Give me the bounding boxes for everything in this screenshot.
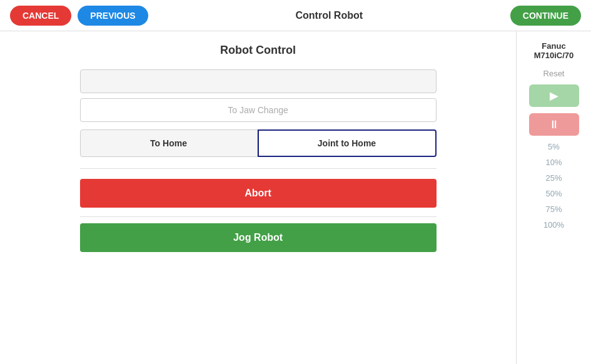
- speed-25[interactable]: 25%: [545, 173, 562, 183]
- cancel-button[interactable]: CANCEL: [10, 6, 71, 26]
- pause-icon: ⏸: [548, 118, 560, 131]
- header: CANCEL PREVIOUS Control Robot CONTINUE: [0, 0, 591, 31]
- to-home-button[interactable]: To Home: [80, 129, 258, 157]
- previous-button[interactable]: PREVIOUS: [78, 6, 148, 26]
- main-area: Robot Control To Jaw Change To Home Join…: [0, 31, 591, 364]
- abort-button[interactable]: Abort: [80, 179, 437, 208]
- header-title: Control Robot: [296, 10, 363, 21]
- header-right: CONTINUE: [510, 6, 581, 26]
- joint-to-home-button[interactable]: Joint to Home: [258, 129, 437, 157]
- robot-name: Fanuc M710iC/70: [523, 41, 585, 60]
- divider-1: [80, 168, 437, 169]
- speed-10[interactable]: 10%: [545, 158, 562, 167]
- sub-label: To Jaw Change: [80, 98, 437, 122]
- play-button[interactable]: ▶: [529, 84, 579, 107]
- header-left: CANCEL PREVIOUS: [10, 6, 148, 26]
- content-area: Robot Control To Jaw Change To Home Join…: [0, 31, 516, 364]
- dropdown-container: [80, 69, 437, 93]
- robot-select[interactable]: [80, 69, 437, 93]
- speed-100[interactable]: 100%: [543, 220, 564, 230]
- reset-label: Reset: [543, 69, 565, 78]
- action-buttons-row: To Home Joint to Home: [80, 129, 437, 157]
- page-title: Robot Control: [220, 44, 296, 57]
- continue-button[interactable]: CONTINUE: [510, 6, 581, 26]
- speed-50[interactable]: 50%: [545, 189, 562, 198]
- sidebar: Fanuc M710iC/70 Reset ▶ ⏸ 5% 10% 25% 50%…: [516, 31, 591, 364]
- speed-5[interactable]: 5%: [548, 142, 560, 151]
- speed-75[interactable]: 75%: [545, 205, 562, 214]
- divider-2: [80, 216, 437, 217]
- pause-button[interactable]: ⏸: [529, 113, 579, 136]
- play-icon: ▶: [550, 89, 558, 103]
- jog-robot-button[interactable]: Jog Robot: [80, 223, 437, 252]
